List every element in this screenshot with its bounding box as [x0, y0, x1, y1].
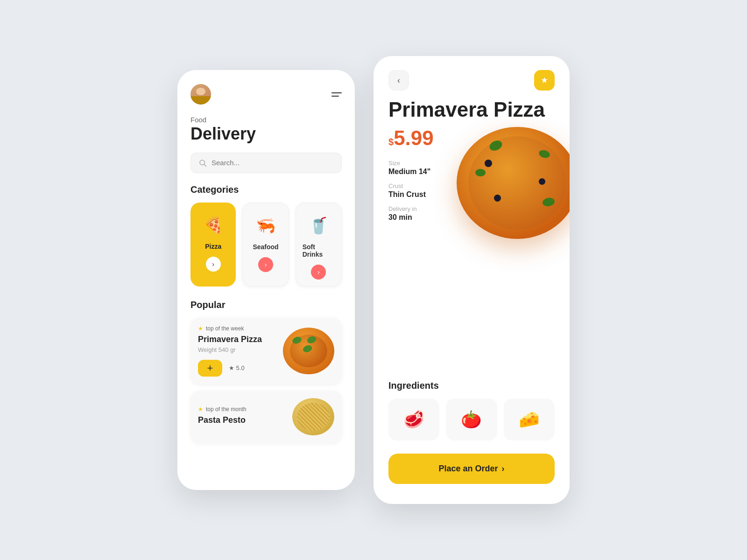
category-card-pizza[interactable]: 🍕 Pizza ›	[190, 203, 236, 287]
topping-4	[542, 197, 556, 207]
menu-button[interactable]	[331, 92, 342, 97]
popular-weight-primavera: Weight 540 gr	[198, 346, 283, 353]
add-button-primavera[interactable]: +	[198, 360, 222, 377]
order-btn-arrow: ›	[502, 464, 505, 474]
softdrinks-icon: 🥤	[305, 212, 331, 238]
pizza-icon: 🍕	[200, 212, 226, 238]
pasta-thumbnail	[292, 398, 334, 435]
category-card-seafood[interactable]: 🦐 Seafood ›	[242, 203, 289, 287]
ingredients-title: Ingredients	[388, 380, 555, 391]
ingredient-cheese[interactable]: 🧀	[504, 399, 555, 441]
seafood-icon: 🦐	[253, 212, 279, 238]
popular-item-pasta[interactable]: ★ top of the month Pasta Pesto	[190, 391, 342, 443]
category-label-seafood: Seafood	[253, 243, 278, 251]
categories-title: Categories	[190, 184, 342, 195]
popular-name-primavera: Primavera Pizza	[198, 335, 283, 344]
detail-header: ‹ ★	[388, 70, 555, 91]
olive-3	[494, 195, 501, 202]
star-icon-pasta: ★	[198, 406, 203, 413]
category-arrow-seafood[interactable]: ›	[258, 257, 273, 272]
search-bar[interactable]	[190, 153, 342, 173]
favorite-button[interactable]: ★	[534, 70, 555, 91]
pizza-big-image	[457, 127, 570, 239]
place-order-button[interactable]: Place an Order ›	[388, 454, 555, 484]
pizza-thumbnail-primavera	[283, 328, 334, 374]
back-button[interactable]: ‹	[388, 70, 409, 91]
ingredients-section: Ingredients 🥩 🍅 🧀 Place an Order ›	[388, 380, 555, 484]
category-label-softdrinks: Soft Drinks	[303, 243, 335, 258]
popular-section: Popular ★ top of the week Primavera Pizz…	[190, 300, 342, 443]
pizza-detail-area: Primavera Pizza $ 5.99 Size Medium 14" C…	[388, 99, 555, 222]
title-main: Delivery	[190, 125, 342, 143]
title-sub: Food	[190, 116, 342, 124]
popular-item-primavera[interactable]: ★ top of the week Primavera Pizza Weight…	[190, 318, 342, 384]
popular-title: Popular	[190, 300, 342, 310]
category-card-softdrinks[interactable]: 🥤 Soft Drinks ›	[296, 203, 342, 287]
categories-list: 🍕 Pizza › 🦐 Seafood › 🥤 Soft Drinks ›	[190, 203, 342, 287]
cheese-icon: 🧀	[519, 410, 540, 429]
category-arrow-softdrinks[interactable]: ›	[311, 265, 326, 280]
popular-info-primavera: ★ top of the week Primavera Pizza Weight…	[198, 325, 283, 377]
svg-line-1	[204, 164, 206, 166]
right-phone: ‹ ★ Primavera Pizza $ 5.99 Size Medium 1…	[374, 56, 570, 504]
price-dollar: $	[388, 137, 394, 147]
popular-name-pasta: Pasta Pesto	[198, 415, 292, 425]
popular-info-pasta: ★ top of the month Pasta Pesto	[198, 406, 292, 427]
olive-2	[539, 178, 545, 185]
badge-text-primavera: top of the week	[206, 325, 244, 332]
ingredient-ham[interactable]: 🥩	[388, 399, 439, 441]
left-phone: Food Delivery Categories 🍕 Pizza › 🦐 Sea…	[177, 70, 355, 490]
popular-actions-primavera: + ★ 5.0	[198, 360, 283, 377]
rating-primavera: ★ 5.0	[229, 364, 245, 371]
ham-icon: 🥩	[403, 410, 424, 429]
topping-2	[538, 149, 550, 159]
topping-3	[475, 169, 486, 176]
category-arrow-pizza[interactable]: ›	[206, 257, 221, 272]
price-value: 5.99	[394, 128, 434, 148]
pizza-detail-title: Primavera Pizza	[388, 99, 555, 120]
avatar[interactable]	[190, 84, 211, 105]
left-header	[190, 84, 342, 105]
ingredients-list: 🥩 🍅 🧀	[388, 399, 555, 441]
title-section: Food Delivery	[190, 116, 342, 143]
badge-text-pasta: top of the month	[206, 406, 247, 413]
order-btn-label: Place an Order	[438, 464, 498, 474]
olive-1	[485, 160, 492, 167]
category-label-pizza: Pizza	[205, 243, 221, 250]
popular-badge-primavera: ★ top of the week	[198, 325, 283, 332]
star-icon: ★	[198, 325, 203, 332]
popular-badge-pasta: ★ top of the month	[198, 406, 292, 413]
topping-1	[488, 139, 504, 153]
tomato-icon: 🍅	[461, 410, 482, 429]
search-input[interactable]	[211, 159, 334, 167]
search-icon	[198, 159, 207, 167]
ingredient-tomato[interactable]: 🍅	[446, 399, 497, 441]
